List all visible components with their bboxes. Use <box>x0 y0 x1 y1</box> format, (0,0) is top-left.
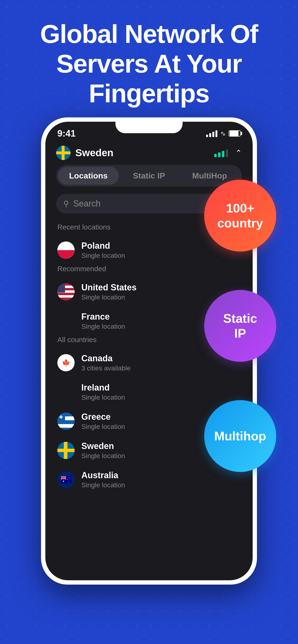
chevron-up-icon[interactable]: ⌃ <box>235 148 242 158</box>
france-name: France <box>81 312 125 322</box>
list-item-ireland[interactable]: Ireland Single location <box>45 377 253 406</box>
us-info: United States Single location <box>81 282 136 301</box>
sig3 <box>222 151 224 157</box>
bar3 <box>212 132 214 137</box>
phone-notch <box>115 122 183 133</box>
connected-flag <box>56 146 71 160</box>
tab-bar: Locations Static IP MultiHop <box>56 165 242 187</box>
wifi-icon: ∿ <box>220 130 226 138</box>
canada-name: Canada <box>81 354 130 364</box>
status-icons: ∿ <box>206 130 241 138</box>
phone-container: 9:41 ∿ Sweden <box>41 118 257 584</box>
sweden-sub: Single location <box>81 452 125 460</box>
flag-sweden-item <box>57 442 75 459</box>
bar4 <box>215 130 217 137</box>
sig2 <box>218 152 221 157</box>
flag-australia: 🇦🇺 <box>57 471 75 488</box>
canada-sub: 3 cities available <box>81 364 130 372</box>
bubble-multihop-text: Multihop <box>214 429 266 443</box>
greece-name: Greece <box>81 412 125 422</box>
france-info: France Single location <box>81 312 125 330</box>
search-placeholder: Search <box>73 198 100 209</box>
canada-info: Canada 3 cities available <box>81 354 130 372</box>
bubble-multihop: Multihop <box>204 400 276 472</box>
greece-sub: Single location <box>81 423 125 430</box>
flag-canada: 🍁 <box>57 354 75 371</box>
sweden-info: Sweden Single location <box>81 441 125 460</box>
search-icon: ⚲ <box>63 199 69 208</box>
bubble-static-ip: StaticIP <box>204 290 276 362</box>
sig4 <box>226 150 228 157</box>
australia-info: Australia Single location <box>81 470 125 489</box>
ireland-sub: Single location <box>81 394 125 401</box>
australia-sub: Single location <box>81 481 125 489</box>
poland-info: Poland Single location <box>81 241 125 260</box>
tab-static-ip[interactable]: Static IP <box>119 167 180 185</box>
battery-fill <box>230 131 238 136</box>
connected-header: Sweden ⌃ <box>45 141 253 165</box>
battery-icon <box>229 130 241 136</box>
us-sub: Single location <box>81 294 136 301</box>
us-name: United States <box>81 282 136 292</box>
list-item-australia[interactable]: 🇦🇺 Australia Single location <box>45 465 253 494</box>
poland-sub: Single location <box>81 252 125 260</box>
status-time: 9:41 <box>57 128 76 139</box>
greece-info: Greece Single location <box>81 412 125 430</box>
ireland-info: Ireland Single location <box>81 382 125 401</box>
sweden-name: Sweden <box>81 441 125 451</box>
australia-name: Australia <box>81 470 125 480</box>
flag-poland <box>57 242 75 259</box>
ireland-name: Ireland <box>81 382 125 393</box>
poland-name: Poland <box>81 241 125 251</box>
sig1 <box>214 154 217 157</box>
bar1 <box>206 135 208 137</box>
flag-greece: ✚ <box>57 412 75 430</box>
flag-us <box>57 283 75 300</box>
bubble-static-text: StaticIP <box>223 311 257 341</box>
france-sub: Single location <box>81 323 125 330</box>
bubble-countries-text: 100+country <box>217 201 263 231</box>
flag-france <box>57 312 75 330</box>
tab-locations[interactable]: Locations <box>58 167 119 185</box>
bubble-countries: 100+country <box>204 180 276 252</box>
hero-title: Global Network Of Servers At Your Finger… <box>0 19 298 108</box>
connected-country-name: Sweden <box>75 147 209 158</box>
connection-signal <box>214 148 228 157</box>
signal-bars-icon <box>206 130 217 137</box>
flag-ireland <box>57 383 75 400</box>
bar2 <box>209 133 211 137</box>
recommended-section-label: Recommended <box>45 265 253 277</box>
